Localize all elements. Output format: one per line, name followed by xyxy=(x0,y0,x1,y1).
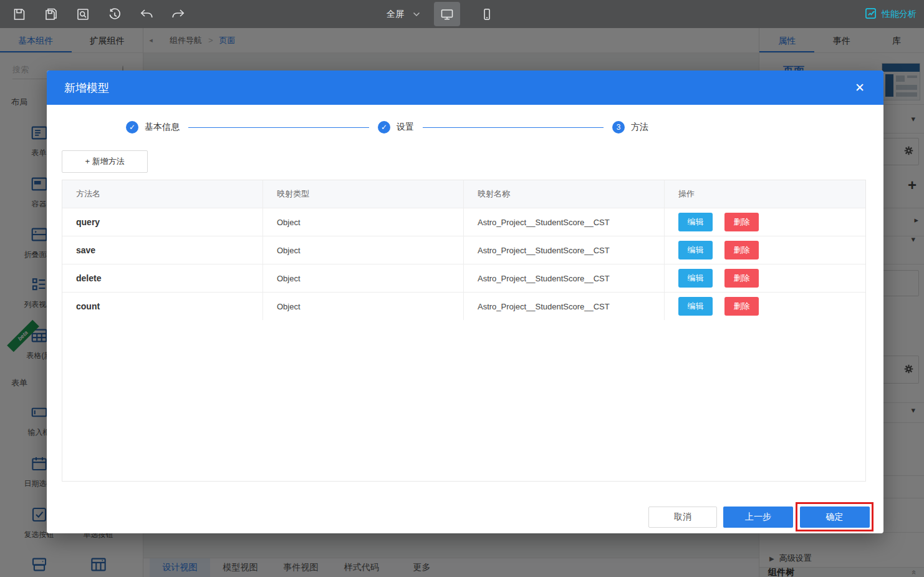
col-method-name: 方法名 xyxy=(62,180,263,208)
fullscreen-select[interactable]: 全屏 xyxy=(387,9,404,20)
step-check-icon: ✓ xyxy=(378,121,390,133)
dialog-title: 新增模型 xyxy=(64,80,109,95)
app-window: 全屏 性能分析 基本组件 扩展组件 布局 xyxy=(0,0,924,577)
table-row: save Object Astro_Project__StudentScore_… xyxy=(62,236,865,264)
delete-button[interactable]: 删除 xyxy=(724,269,759,288)
cancel-button[interactable]: 取消 xyxy=(648,507,717,528)
table-row: delete Object Astro_Project__StudentScor… xyxy=(62,264,865,292)
performance-analysis-link[interactable]: 性能分析 xyxy=(865,0,917,28)
delete-button[interactable]: 删除 xyxy=(724,241,759,259)
undo-icon[interactable] xyxy=(139,7,154,22)
method-name: query xyxy=(76,217,100,227)
desktop-view-button[interactable] xyxy=(434,2,460,26)
step-connector xyxy=(188,127,369,128)
step-settings: ✓ 设置 xyxy=(378,121,414,133)
step-basic-info: ✓ 基本信息 xyxy=(126,121,180,133)
table-header: 方法名 映射类型 映射名称 操作 xyxy=(62,180,865,208)
redo-icon[interactable] xyxy=(171,7,186,22)
history-icon[interactable] xyxy=(107,7,122,22)
step-methods: 3 方法 xyxy=(612,121,648,133)
table-row: count Object Astro_Project__StudentScore… xyxy=(62,292,865,320)
top-toolbar: 全屏 性能分析 xyxy=(0,0,924,28)
mobile-view-button[interactable] xyxy=(474,2,500,26)
col-actions: 操作 xyxy=(665,180,865,208)
save-icon[interactable] xyxy=(12,7,27,22)
performance-chart-icon xyxy=(865,7,877,21)
table-row: query Object Astro_Project__StudentScore… xyxy=(62,208,865,236)
close-icon[interactable]: ✕ xyxy=(855,82,865,94)
step-connector xyxy=(423,127,604,128)
edit-button[interactable]: 编辑 xyxy=(678,241,713,259)
wizard-stepper: ✓ 基本信息 ✓ 设置 3 方法 xyxy=(126,121,648,133)
mapping-name: Astro_Project__StudentScore__CST xyxy=(464,264,665,292)
step-check-icon: ✓ xyxy=(126,121,138,133)
edit-button[interactable]: 编辑 xyxy=(678,269,713,288)
mapping-name: Astro_Project__StudentScore__CST xyxy=(464,208,665,236)
previous-step-button[interactable]: 上一步 xyxy=(723,507,793,528)
confirm-button[interactable]: 确定 xyxy=(800,507,870,528)
method-name: save xyxy=(76,245,95,255)
col-mapping-name: 映射名称 xyxy=(464,180,665,208)
mapping-type: Object xyxy=(263,293,464,320)
chevron-down-icon[interactable] xyxy=(413,12,420,17)
method-name: count xyxy=(76,301,100,311)
mapping-type: Object xyxy=(263,208,464,236)
methods-table: 方法名 映射类型 映射名称 操作 query Object Astro_Proj… xyxy=(62,180,866,482)
method-name: delete xyxy=(76,273,101,283)
col-mapping-type: 映射类型 xyxy=(263,180,464,208)
mapping-name: Astro_Project__StudentScore__CST xyxy=(464,293,665,320)
step-number-icon: 3 xyxy=(612,121,625,133)
delete-button[interactable]: 删除 xyxy=(724,213,759,231)
mapping-name: Astro_Project__StudentScore__CST xyxy=(464,236,665,264)
mapping-type: Object xyxy=(263,264,464,292)
mapping-type: Object xyxy=(263,236,464,264)
delete-button[interactable]: 删除 xyxy=(724,297,759,316)
edit-button[interactable]: 编辑 xyxy=(678,297,713,316)
toolbar-center-group: 全屏 xyxy=(387,0,500,28)
confirm-highlight-annotation: 确定 xyxy=(796,502,873,531)
dialog-header: 新增模型 ✕ xyxy=(47,70,883,105)
add-method-button[interactable]: + 新增方法 xyxy=(62,150,148,173)
preview-icon[interactable] xyxy=(75,7,90,22)
toolbar-left-group xyxy=(12,0,186,28)
add-model-dialog: 新增模型 ✕ ✓ 基本信息 ✓ 设置 3 方法 + 新增方法 方法名 映射类型 xyxy=(47,70,883,533)
edit-button[interactable]: 编辑 xyxy=(678,213,713,231)
performance-analysis-label: 性能分析 xyxy=(882,9,917,20)
save-all-icon[interactable] xyxy=(44,7,59,22)
